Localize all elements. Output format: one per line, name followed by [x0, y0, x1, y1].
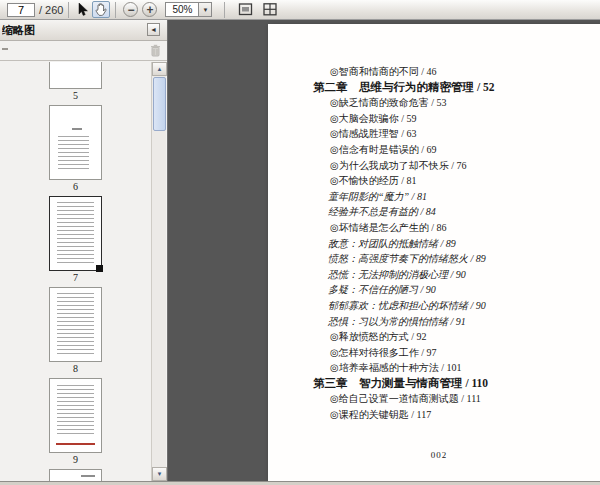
chevron-down-icon: ▼	[202, 7, 208, 13]
thumbnail-page-7[interactable]	[49, 196, 102, 271]
thumbnail-page-6[interactable]	[49, 105, 102, 180]
cursor-arrow-icon	[78, 3, 89, 16]
toc-entry: ◎为什么我成功了却不快乐 / 76	[268, 158, 600, 174]
toc-entry: ◎情感战胜理智 / 63	[268, 126, 600, 142]
toc-entry: ◎大脑会欺骗你 / 59	[268, 111, 600, 127]
toolbar: / 260 − + 50% ▼	[0, 0, 600, 20]
pdf-page: ◎智商和情商的不同 / 46第二章 思维与行为的精密管理 / 52◎缺乏情商的致…	[268, 24, 600, 481]
toc-entry: 第三章 智力测量与情商管理 / 110	[268, 376, 600, 392]
thumbnails-list: 56789	[0, 62, 151, 481]
page-number-input[interactable]	[7, 3, 35, 17]
toc-entry: 第二章 思维与行为的精密管理 / 52	[268, 80, 600, 96]
toc-entry: 恐慌：无法抑制的消极心理 / 90	[268, 267, 600, 283]
collapse-arrow-icon: ◄	[150, 26, 157, 33]
toc-entry: ◎坏情绪是怎么产生的 / 86	[268, 220, 600, 236]
fit-width-icon	[238, 3, 253, 16]
sidebar-scrollbar[interactable]: ▲ ▼	[151, 62, 166, 481]
thumbnails-toolbar	[0, 41, 167, 61]
fit-page-button[interactable]	[261, 2, 278, 18]
scroll-down-button[interactable]: ▼	[152, 467, 167, 481]
trash-icon	[150, 44, 161, 57]
thumbnail-label: 5	[73, 90, 78, 102]
thumbnail-label: 9	[73, 454, 78, 466]
thumbnails-panel-title: 缩略图	[2, 23, 35, 38]
toc-entry: ◎不愉快的经历 / 81	[268, 173, 600, 189]
toc-entry: ◎课程的关键钥匙 / 117	[268, 407, 600, 423]
page-count-label: / 260	[39, 4, 63, 16]
toolbar-divider	[68, 2, 69, 18]
thumbnail-text-preview	[81, 475, 95, 477]
toc-entry: 多疑：不信任的陋习 / 90	[268, 282, 600, 298]
toolbar-divider	[224, 2, 225, 18]
zoom-level-dropdown[interactable]: ▼	[199, 2, 212, 17]
fit-page-icon	[263, 3, 277, 16]
toc-entry: 恐惧：习以为常的惧怕情绪 / 91	[268, 314, 600, 330]
thumbnail-page-5[interactable]	[49, 62, 102, 89]
toc-entry: 愤怒：高强度节奏下的情绪怒火 / 89	[268, 251, 600, 267]
select-tool-button[interactable]	[74, 1, 92, 18]
toc-entry: ◎培养幸福感的十种方法 / 101	[268, 360, 600, 376]
arrow-up-icon: ▲	[157, 66, 163, 72]
hand-icon	[95, 3, 107, 16]
options-dropdown-icon[interactable]	[2, 48, 8, 50]
thumbnails-panel: 缩略图 ◄ 56789	[0, 20, 168, 481]
scrollbar-thumb[interactable]	[153, 77, 166, 131]
delete-page-button[interactable]	[150, 44, 161, 57]
thumbnail-page-partial[interactable]	[49, 469, 102, 481]
scroll-up-button[interactable]: ▲	[152, 62, 167, 76]
toc-entry: 经验并不总是有益的 / 84	[268, 204, 600, 220]
toc-entry: 童年阴影的“魔力” / 81	[268, 189, 600, 205]
toc-entry: 敌意：对团队的抵触情绪 / 89	[268, 236, 600, 252]
thumbnail-text-preview	[58, 136, 89, 172]
window-bottom-edge	[0, 481, 600, 485]
arrow-down-icon: ▼	[157, 471, 163, 477]
thumbnail-label: 6	[73, 181, 78, 193]
zoom-out-button[interactable]: −	[123, 2, 138, 17]
thumbnail-page-8[interactable]	[49, 287, 102, 362]
zoom-in-button[interactable]: +	[142, 2, 157, 17]
toc-entry: 郁郁寡欢：忧虑和担心的坏情绪 / 90	[268, 298, 600, 314]
main-area: 缩略图 ◄ 56789	[0, 20, 600, 481]
document-pane: ◎智商和情商的不同 / 46第二章 思维与行为的精密管理 / 52◎缺乏情商的致…	[168, 20, 600, 481]
thumbnails-panel-header: 缩略图 ◄	[0, 20, 167, 41]
fit-width-button[interactable]	[237, 2, 254, 18]
toc-entry: ◎给自己设置一道情商测试题 / 111	[268, 391, 600, 407]
zoom-level-value[interactable]: 50%	[165, 2, 199, 17]
panel-collapse-button[interactable]: ◄	[147, 23, 160, 36]
toc-entry: ◎怎样对待很多工作 / 97	[268, 345, 600, 361]
page-number-footer: 002	[268, 450, 600, 460]
thumbnail-text-preview	[57, 385, 94, 437]
toolbar-divider	[115, 2, 116, 18]
toc-entry: ◎信念有时是错误的 / 69	[268, 142, 600, 158]
thumbnail-label: 7	[73, 272, 78, 284]
toc-entry: ◎缺乏情商的致命危害 / 53	[268, 95, 600, 111]
thumbnail-text-preview	[57, 202, 94, 264]
hand-tool-button[interactable]	[92, 1, 110, 18]
thumbnail-title-mark	[72, 128, 82, 130]
thumbnail-red-line	[56, 443, 95, 445]
toc-entry: ◎智商和情商的不同 / 46	[268, 64, 600, 80]
table-of-contents: ◎智商和情商的不同 / 46第二章 思维与行为的精密管理 / 52◎缺乏情商的致…	[268, 64, 600, 423]
thumbnail-text-preview	[57, 293, 94, 355]
toc-entry: ◎释放愤怒的方式 / 92	[268, 329, 600, 345]
thumbnail-page-9[interactable]	[49, 378, 102, 453]
thumbnail-label: 8	[73, 363, 78, 375]
